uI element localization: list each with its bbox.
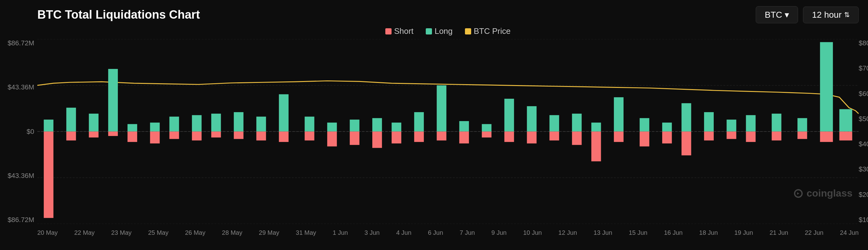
svg-rect-33	[327, 132, 337, 147]
svg-rect-44	[459, 121, 469, 132]
svg-rect-59	[614, 132, 624, 142]
chart-svg	[37, 39, 859, 224]
svg-rect-70	[746, 115, 756, 132]
svg-rect-28	[279, 95, 289, 132]
svg-rect-12	[108, 69, 118, 132]
svg-rect-55	[572, 132, 582, 145]
svg-rect-50	[527, 106, 536, 132]
svg-rect-30	[305, 117, 314, 132]
svg-rect-31	[305, 132, 314, 141]
svg-rect-43	[437, 132, 446, 141]
svg-rect-73	[772, 132, 781, 141]
svg-rect-14	[127, 124, 137, 132]
svg-rect-75	[797, 132, 807, 139]
svg-rect-47	[482, 132, 491, 138]
btcprice-color	[465, 28, 471, 34]
svg-rect-24	[234, 112, 244, 131]
svg-rect-37	[372, 132, 382, 148]
svg-rect-42	[437, 85, 446, 132]
chart-container: BTC Total Liquidations Chart BTC ▾ 12 ho…	[0, 0, 868, 250]
legend-short: Short	[385, 26, 413, 36]
svg-rect-20	[192, 115, 202, 132]
svg-rect-46	[482, 124, 491, 132]
svg-rect-78	[839, 109, 852, 132]
svg-rect-61	[640, 132, 649, 147]
long-color	[426, 28, 432, 34]
svg-rect-39	[392, 132, 401, 143]
controls: BTC ▾ 12 hour ⇅	[756, 6, 859, 23]
svg-rect-56	[591, 123, 601, 132]
svg-rect-35	[350, 132, 360, 145]
svg-rect-27	[256, 132, 266, 141]
svg-rect-38	[392, 123, 401, 132]
header: BTC Total Liquidations Chart BTC ▾ 12 ho…	[37, 6, 859, 23]
svg-rect-8	[66, 108, 76, 132]
svg-rect-67	[704, 132, 714, 141]
svg-rect-71	[746, 132, 756, 142]
watermark: coinglass	[793, 187, 852, 199]
y-axis-right: $80.00K $70.00K $60.00K $50.00K $40.00K …	[859, 39, 868, 224]
svg-rect-62	[662, 123, 672, 132]
svg-rect-45	[459, 132, 469, 143]
svg-rect-29	[279, 132, 289, 142]
svg-rect-18	[169, 117, 179, 132]
short-color	[385, 28, 392, 34]
svg-rect-69	[726, 132, 736, 139]
svg-rect-13	[108, 132, 118, 136]
svg-rect-36	[372, 118, 382, 131]
svg-rect-7	[44, 132, 54, 218]
svg-rect-53	[550, 132, 559, 141]
svg-rect-16	[150, 123, 159, 132]
svg-rect-22	[211, 114, 221, 132]
svg-rect-9	[66, 132, 76, 141]
svg-rect-23	[211, 132, 221, 138]
coin-selector[interactable]: BTC ▾	[756, 6, 798, 23]
svg-rect-40	[414, 112, 424, 131]
svg-rect-11	[89, 132, 99, 138]
legend-btcprice: BTC Price	[465, 26, 510, 36]
svg-rect-64	[681, 103, 691, 131]
chart-area: $86.72M $43.36M $0 $43.36M $86.72M $80.0…	[37, 39, 859, 224]
svg-rect-21	[192, 132, 202, 141]
timeframe-selector[interactable]: 12 hour ⇅	[803, 6, 859, 23]
legend: Short Long BTC Price	[37, 26, 859, 36]
svg-rect-54	[572, 114, 582, 132]
legend-long: Long	[426, 26, 453, 36]
svg-rect-79	[839, 132, 852, 141]
chart-title: BTC Total Liquidations Chart	[37, 8, 200, 22]
svg-rect-57	[591, 132, 601, 162]
svg-rect-15	[127, 132, 137, 142]
svg-rect-63	[662, 132, 672, 143]
svg-rect-26	[256, 117, 266, 132]
svg-rect-68	[726, 119, 736, 131]
svg-rect-10	[89, 114, 99, 132]
svg-rect-76	[820, 42, 833, 132]
svg-rect-34	[350, 119, 360, 131]
svg-rect-32	[327, 123, 337, 132]
svg-rect-52	[550, 115, 559, 132]
y-axis-left: $86.72M $43.36M $0 $43.36M $86.72M	[3, 39, 34, 224]
svg-rect-77	[820, 132, 833, 142]
svg-rect-49	[504, 132, 514, 142]
svg-rect-66	[704, 112, 714, 131]
svg-rect-19	[169, 132, 179, 139]
svg-rect-65	[681, 132, 691, 155]
svg-rect-58	[614, 97, 624, 131]
svg-rect-74	[797, 118, 807, 131]
svg-rect-25	[234, 132, 244, 139]
svg-rect-51	[527, 132, 536, 143]
svg-rect-6	[44, 119, 54, 131]
x-axis: 20 May 22 May 23 May 25 May 26 May 28 Ma…	[37, 229, 859, 236]
svg-rect-60	[640, 118, 649, 131]
svg-rect-41	[414, 132, 424, 142]
svg-rect-48	[504, 99, 514, 132]
svg-rect-17	[150, 132, 159, 143]
svg-rect-72	[772, 114, 781, 132]
